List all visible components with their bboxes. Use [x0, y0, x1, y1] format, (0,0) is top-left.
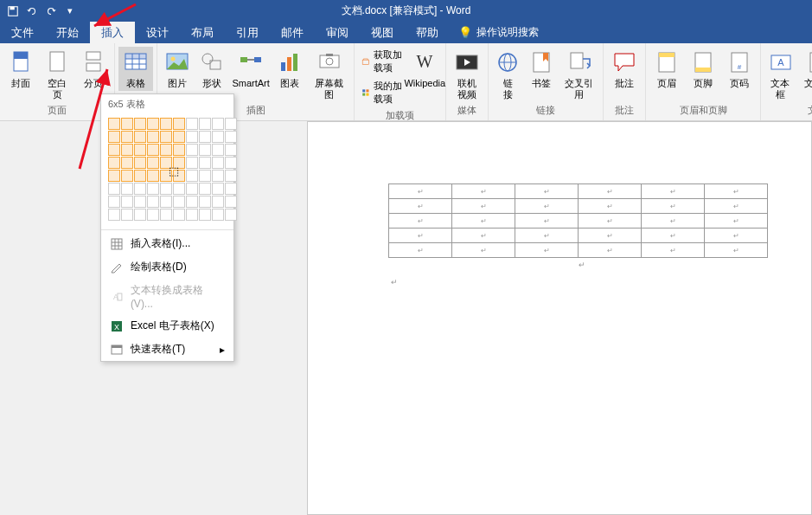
table-grid-cell[interactable]	[225, 118, 237, 130]
table-grid-cell[interactable]	[134, 209, 146, 221]
table-button[interactable]: 表格	[118, 47, 153, 91]
table-grid-cell[interactable]	[212, 183, 224, 195]
table-grid-cell[interactable]	[147, 196, 159, 208]
tab-insert[interactable]: 插入	[90, 22, 135, 43]
save-icon[interactable]	[7, 5, 19, 17]
chart-button[interactable]: 图表	[273, 47, 306, 91]
table-grid-cell[interactable]	[134, 144, 146, 156]
table-grid-cell[interactable]	[134, 131, 146, 143]
table-grid-cell[interactable]	[147, 170, 159, 182]
header-button[interactable]: 页眉	[649, 47, 684, 91]
page[interactable]: ↵↵↵↵↵↵↵↵↵↵↵↵↵↵↵↵↵↵↵↵↵↵↵↵↵↵↵↵↵↵ ↵ ↵	[307, 121, 812, 515]
table-grid-cell[interactable]	[186, 131, 198, 143]
table-grid-cell[interactable]	[121, 131, 133, 143]
table-grid-cell[interactable]	[121, 183, 133, 195]
table-cell[interactable]: ↵	[579, 229, 642, 243]
table-cell[interactable]: ↵	[389, 199, 452, 214]
table-grid-cell[interactable]	[199, 157, 211, 169]
table-grid-cell[interactable]	[147, 118, 159, 130]
table-grid-cell[interactable]	[225, 144, 237, 156]
table-cell[interactable]: ↵	[452, 229, 515, 243]
pagenum-button[interactable]: # 页码	[722, 47, 757, 91]
table-grid-cell[interactable]	[160, 183, 172, 195]
table-cell[interactable]: ↵	[579, 243, 642, 258]
table-grid-cell[interactable]	[186, 144, 198, 156]
quickparts-button[interactable]: 文档部件	[798, 47, 812, 102]
table-grid-cell[interactable]	[160, 157, 172, 169]
table-grid-cell[interactable]	[121, 118, 133, 130]
online-video-button[interactable]: 联机视频	[450, 47, 484, 102]
table-grid-cell[interactable]	[173, 118, 185, 130]
table-grid-cell[interactable]	[173, 183, 185, 195]
table-grid-cell[interactable]	[199, 170, 211, 182]
table-cell[interactable]: ↵	[389, 229, 452, 243]
table-cell[interactable]: ↵	[452, 199, 515, 214]
table-cell[interactable]: ↵	[579, 184, 642, 199]
table-grid-cell[interactable]	[134, 196, 146, 208]
table-grid-cell[interactable]	[134, 170, 146, 182]
get-addins-button[interactable]: 获取加载项	[358, 47, 406, 76]
table-grid-cell[interactable]	[225, 183, 237, 195]
table-grid-cell[interactable]	[212, 209, 224, 221]
tab-mailings[interactable]: 邮件	[270, 22, 315, 43]
table-grid-cell[interactable]	[160, 118, 172, 130]
tab-help[interactable]: 帮助	[405, 22, 450, 43]
draw-table-menu[interactable]: 绘制表格(D)	[101, 255, 233, 279]
picture-button[interactable]: 图片	[161, 47, 194, 91]
tab-design[interactable]: 设计	[135, 22, 180, 43]
table-grid-cell[interactable]	[186, 170, 198, 182]
excel-table-menu[interactable]: X Excel 电子表格(X)	[101, 314, 233, 338]
table-grid-cell[interactable]	[199, 196, 211, 208]
table-cell[interactable]: ↵	[642, 199, 705, 214]
table-grid-cell[interactable]	[160, 209, 172, 221]
table-grid-cell[interactable]	[199, 183, 211, 195]
table-grid-cell[interactable]	[173, 157, 185, 169]
table-cell[interactable]: ↵	[642, 214, 705, 229]
table-grid-cell[interactable]	[134, 183, 146, 195]
shapes-button[interactable]: 形状	[195, 47, 228, 91]
table-grid-cell[interactable]	[225, 196, 237, 208]
table-cell[interactable]: ↵	[579, 214, 642, 229]
table-grid-cell[interactable]	[225, 209, 237, 221]
table-grid-cell[interactable]	[147, 144, 159, 156]
table-grid-cell[interactable]	[121, 157, 133, 169]
table-grid-picker[interactable]	[101, 114, 233, 228]
table-grid-cell[interactable]	[160, 131, 172, 143]
table-grid-cell[interactable]	[108, 118, 120, 130]
page-break-button[interactable]: 分页	[76, 47, 111, 91]
document-table[interactable]: ↵↵↵↵↵↵↵↵↵↵↵↵↵↵↵↵↵↵↵↵↵↵↵↵↵↵↵↵↵↵	[388, 183, 768, 258]
table-grid-cell[interactable]	[186, 118, 198, 130]
table-cell[interactable]: ↵	[579, 199, 642, 214]
table-grid-cell[interactable]	[212, 131, 224, 143]
tab-review[interactable]: 审阅	[315, 22, 360, 43]
table-grid-cell[interactable]	[173, 196, 185, 208]
qat-customize-icon[interactable]: ▾	[64, 5, 76, 17]
table-grid-cell[interactable]	[160, 170, 172, 182]
blank-page-button[interactable]: 空白页	[40, 47, 75, 102]
table-cell[interactable]: ↵	[452, 243, 515, 258]
tab-references[interactable]: 引用	[225, 22, 270, 43]
table-cell[interactable]: ↵	[515, 229, 579, 243]
table-grid-cell[interactable]	[186, 196, 198, 208]
link-button[interactable]: 链 接	[492, 47, 523, 102]
table-grid-cell[interactable]	[160, 196, 172, 208]
table-grid-cell[interactable]	[225, 157, 237, 169]
table-cell[interactable]: ↵	[642, 229, 705, 243]
comment-button[interactable]: 批注	[607, 47, 642, 91]
table-grid-cell[interactable]	[212, 157, 224, 169]
table-grid-cell[interactable]	[212, 170, 224, 182]
table-grid-cell[interactable]	[173, 144, 185, 156]
table-cell[interactable]: ↵	[515, 214, 579, 229]
insert-table-menu[interactable]: 插入表格(I)...	[101, 232, 233, 255]
table-grid-cell[interactable]	[134, 118, 146, 130]
table-grid-cell[interactable]	[121, 170, 133, 182]
table-grid-cell[interactable]	[199, 209, 211, 221]
table-grid-cell[interactable]	[121, 144, 133, 156]
table-cell[interactable]: ↵	[515, 243, 579, 258]
tab-file[interactable]: 文件	[0, 22, 45, 43]
tell-me-search[interactable]: 💡 操作说明搜索	[458, 22, 539, 43]
tab-view[interactable]: 视图	[360, 22, 405, 43]
table-cell[interactable]: ↵	[705, 229, 768, 243]
table-grid-cell[interactable]	[199, 118, 211, 130]
table-grid-cell[interactable]	[212, 118, 224, 130]
